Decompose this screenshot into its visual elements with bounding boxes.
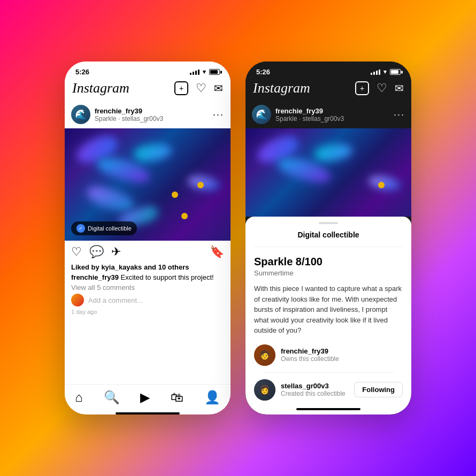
post-subtitle-right: Sparkle · stellas_gr00v3 (275, 115, 389, 122)
instagram-logo-right: Instagram (253, 80, 310, 96)
owner-name[interactable]: frenchie_fry39 (281, 347, 403, 355)
notifications-icon[interactable]: ♡ (196, 81, 206, 95)
nav-home[interactable]: ⌂ (75, 390, 83, 405)
creator-avatar[interactable]: 👩 (254, 379, 275, 401)
header-icons-left: + ♡ ✉ (174, 81, 223, 95)
notifications-icon-right[interactable]: ♡ (377, 81, 387, 95)
caption-username[interactable]: frenchie_fry39 (71, 273, 119, 281)
post-header-left: 🌊 frenchie_fry39 Sparkle · stellas_gr00v… (65, 101, 231, 128)
bookmark-button[interactable]: 🔖 (210, 245, 224, 259)
comment-button[interactable]: 💬 (89, 245, 104, 259)
nav-shop[interactable]: 🛍 (171, 390, 183, 405)
post-image-left: ✓ Digital collectible (65, 128, 231, 241)
wifi-icon: ▾ (203, 68, 206, 75)
post-username-right[interactable]: frenchie_fry39 (275, 107, 389, 115)
instagram-logo-left: Instagram (72, 80, 129, 96)
creator-info: stellas_gr00v3 Created this collectible (281, 382, 349, 397)
post-image-right (245, 128, 411, 217)
separator1 (263, 372, 394, 373)
check-icon: ✓ (76, 224, 85, 233)
badge-label: Digital collectible (88, 225, 132, 232)
more-options-right[interactable]: ··· (394, 109, 405, 120)
collectible-content: Sparkle 8/100 Summertime With this piece… (245, 247, 411, 405)
sheet-handle (319, 222, 338, 224)
signal-icon-right (371, 70, 380, 75)
add-post-icon-right[interactable]: + (355, 81, 369, 95)
creator-row: 👩 stellas_gr00v3 Created this collectibl… (254, 379, 403, 401)
creator-role: Created this collectible (281, 390, 349, 397)
status-bar-left: 5:26 ▾ (65, 62, 231, 78)
battery-icon (209, 69, 220, 75)
messenger-icon-right[interactable]: ✉ (395, 82, 404, 95)
post-header-right: 🌊 frenchie_fry39 Sparkle · stellas_gr00v… (245, 101, 411, 128)
left-phone: 5:26 ▾ Instagram + ♡ (65, 62, 231, 414)
owner-role: Owns this collectible (281, 355, 403, 363)
add-post-icon[interactable]: + (174, 81, 188, 95)
view-comments-btn[interactable]: View all 5 comments (71, 283, 224, 291)
owner-row: 🧑 frenchie_fry39 Owns this collectible (254, 344, 403, 366)
post-timestamp: 1 day ago (71, 309, 224, 318)
collectible-name: Sparkle 8/100 (254, 256, 403, 268)
status-bar-right: 5:26 ▾ (245, 62, 411, 78)
status-icons-right: ▾ (371, 68, 401, 75)
post-user-info-right: frenchie_fry39 Sparkle · stellas_gr00v3 (275, 107, 389, 122)
owner-info: frenchie_fry39 Owns this collectible (281, 347, 403, 363)
collectible-description: With this piece I wanted to capture what… (254, 283, 403, 336)
like-button[interactable]: ♡ (71, 245, 82, 259)
post-user-info-left: frenchie_fry39 Sparkle · stellas_gr00v3 (95, 107, 209, 122)
ig-header-right: Instagram + ♡ ✉ (245, 78, 411, 101)
ig-header-left: Instagram + ♡ ✉ (65, 78, 231, 101)
following-button[interactable]: Following (354, 382, 403, 397)
home-indicator-left (116, 412, 180, 414)
digital-collectible-badge[interactable]: ✓ Digital collectible (71, 221, 137, 235)
post-actions-left: ♡ 💬 ✈ 🔖 (65, 241, 231, 263)
nav-search[interactable]: 🔍 (104, 390, 120, 405)
more-options-left[interactable]: ··· (213, 109, 224, 120)
share-button[interactable]: ✈ (111, 245, 121, 259)
messenger-icon[interactable]: ✉ (214, 82, 223, 95)
bottom-nav-left: ⌂ 🔍 ▶ 🛍 👤 (65, 384, 231, 409)
post-meta-left: Liked by kyia_kayaks and 10 others frenc… (65, 263, 231, 318)
right-phone: 5:26 ▾ Instagram + ♡ (245, 62, 411, 414)
post-avatar-right[interactable]: 🌊 (252, 105, 271, 124)
comment-input[interactable]: Add a comment... (88, 296, 143, 304)
wifi-icon-right: ▾ (383, 68, 387, 75)
signal-icon (190, 70, 199, 75)
status-icons-left: ▾ (190, 68, 220, 75)
collectible-subtitle: Summertime (254, 269, 403, 277)
post-subtitle-left: Sparkle · stellas_gr00v3 (95, 115, 209, 122)
time-left: 5:26 (75, 68, 89, 76)
add-comment-row: Add a comment... (71, 294, 224, 306)
battery-icon-right (390, 69, 401, 75)
nav-profile[interactable]: 👤 (204, 390, 220, 405)
liked-by: Liked by kyia_kayaks and 10 others (71, 263, 224, 271)
caption-text: Excited to support this project! (121, 273, 214, 281)
time-right: 5:26 (256, 68, 270, 76)
nav-reels[interactable]: ▶ (140, 390, 150, 405)
collectible-modal: Digital collectible Sparkle 8/100 Summer… (245, 217, 411, 414)
modal-title: Digital collectible (254, 231, 403, 247)
creator-name[interactable]: stellas_gr00v3 (281, 382, 349, 390)
post-caption: frenchie_fry39 Excited to support this p… (71, 273, 224, 281)
home-indicator-right (296, 408, 360, 410)
commenter-avatar (71, 294, 84, 306)
post-avatar-left[interactable]: 🌊 (71, 105, 90, 124)
post-username-left[interactable]: frenchie_fry39 (95, 107, 209, 115)
header-icons-right: + ♡ ✉ (355, 81, 404, 95)
owner-avatar[interactable]: 🧑 (254, 344, 275, 366)
